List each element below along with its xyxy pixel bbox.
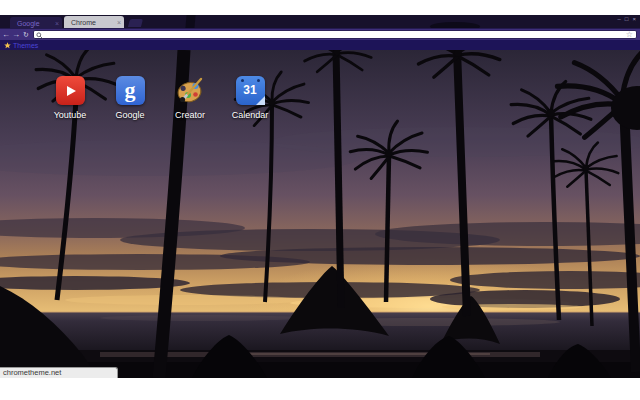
youtube-icon [56,76,85,105]
calendar-ring-dot [257,79,260,82]
tab-chrome[interactable]: Chrome × [64,16,124,28]
tab-google[interactable]: Google × [10,17,62,28]
shortcut-google[interactable]: g Google [102,76,158,120]
omnibox[interactable]: ☆ [33,30,637,39]
shortcut-label: Calendar [232,110,269,120]
google-icon: g [116,76,145,105]
new-tab-page: Youtube g Google [0,50,640,378]
calendar-day: 31 [236,83,265,97]
tab-close-icon[interactable]: × [117,19,121,26]
shortcut-label: Creator [175,110,205,120]
calendar-ring-dot [241,79,244,82]
play-icon [67,86,76,96]
forward-button[interactable]: → [11,29,21,40]
reload-button[interactable]: ↻ [21,29,31,40]
frame-palm-trunk-silhouette [185,15,195,28]
shortcut-label: Google [115,110,144,120]
bookmark-star-icon[interactable]: ☆ [626,30,633,39]
theme-preview-page: Google × Chrome × – □ × ← → ↻ ☆ [0,0,640,400]
close-icon[interactable]: × [632,16,636,23]
shortcut-youtube[interactable]: Youtube [42,76,98,120]
bookmark-item-themes[interactable]: Themes [4,40,38,50]
maximize-icon[interactable]: □ [625,16,629,23]
star-icon [4,42,11,49]
new-tab-button[interactable] [128,19,143,27]
shortcut-calendar[interactable]: 31 Calendar [222,76,278,120]
shortcut-creator[interactable]: Creator [162,76,218,120]
omnibox-input[interactable] [44,31,624,38]
calendar-page-fold [256,96,265,105]
bookmark-label: Themes [13,42,38,49]
tab-strip: Google × Chrome × – □ × [0,15,640,28]
window-controls: – □ × [618,16,636,23]
bookmarks-bar: Themes [0,40,640,50]
app-shortcuts: Youtube g Google [42,76,278,120]
search-icon [36,32,43,39]
minimize-icon[interactable]: – [618,16,621,23]
tab-title: Google [17,19,40,26]
toolbar: ← → ↻ ☆ [0,28,640,40]
back-button[interactable]: ← [1,29,11,40]
shortcut-label: Youtube [54,110,87,120]
calendar-icon: 31 [236,76,265,105]
creator-icon [176,76,205,105]
palette-icon [176,76,205,105]
tab-title: Chrome [71,19,96,26]
tab-close-icon[interactable]: × [55,19,59,26]
status-bubble: chrometheme.net [0,367,118,378]
